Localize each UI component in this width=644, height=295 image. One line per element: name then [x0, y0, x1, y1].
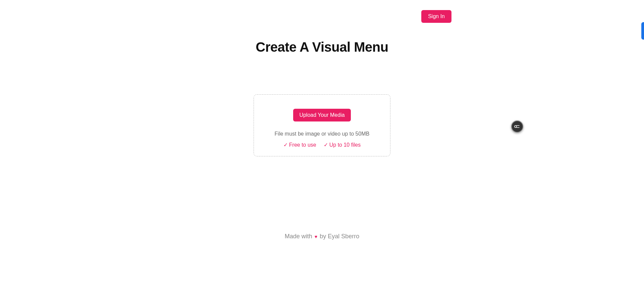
svg-point-0: [515, 126, 517, 128]
floating-action-button[interactable]: [511, 120, 523, 133]
upload-media-button[interactable]: Upload Your Media: [293, 109, 351, 121]
page-title: Create A Visual Menu: [0, 40, 644, 55]
feature-list: ✓Free to use ✓Up to 10 files: [254, 142, 390, 148]
feature-item: ✓Up to 10 files: [324, 142, 361, 148]
side-tab-handle[interactable]: [641, 22, 644, 40]
check-icon: ✓: [283, 142, 288, 148]
footer-credit: Made with ♥ by Eyal Sberro: [0, 233, 644, 240]
upload-hint-text: File must be image or video up to 50MB: [254, 131, 390, 137]
footer-prefix: Made with: [285, 233, 314, 240]
footer-suffix: by Eyal Sberro: [318, 233, 359, 240]
key-list-icon: [514, 123, 521, 130]
header: Sign In: [0, 10, 451, 23]
sign-in-button[interactable]: Sign In: [421, 10, 451, 23]
feature-label: Up to 10 files: [329, 142, 361, 148]
feature-label: Free to use: [289, 142, 316, 148]
upload-dropzone[interactable]: Upload Your Media File must be image or …: [254, 94, 390, 156]
heart-icon: ♥: [315, 234, 317, 239]
feature-item: ✓Free to use: [283, 142, 316, 148]
check-icon: ✓: [324, 142, 328, 148]
